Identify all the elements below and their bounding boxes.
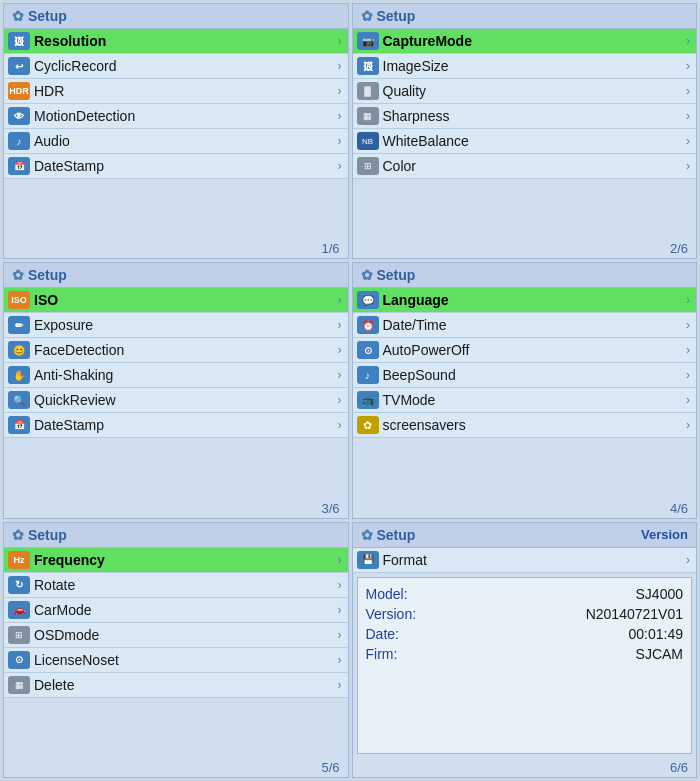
licensenoset-label: LicenseNoset	[34, 652, 338, 668]
menu-item-datestamp1[interactable]: 📅 DateStamp ›	[4, 154, 348, 179]
menu-item-rotate[interactable]: ↻ Rotate ›	[4, 573, 348, 598]
quality-label: Quality	[383, 83, 687, 99]
menu-item-licensenoset[interactable]: ⊙ LicenseNoset ›	[4, 648, 348, 673]
whitebalance-arrow: ›	[686, 134, 690, 148]
iso-icon: ISO	[8, 291, 30, 309]
panel-1-menu: 🖼 Resolution › ↩ CyclicRecord › HDR HDR …	[4, 29, 348, 239]
hdr-arrow: ›	[338, 84, 342, 98]
tvmode-icon: 📺	[357, 391, 379, 409]
licensenoset-arrow: ›	[338, 653, 342, 667]
menu-item-exposure[interactable]: ✏ Exposure ›	[4, 313, 348, 338]
menu-item-autopoweroff[interactable]: ⊙ AutoPowerOff ›	[353, 338, 697, 363]
autopoweroff-arrow: ›	[686, 343, 690, 357]
panel-3-menu: ISO ISO › ✏ Exposure › 😊 FaceDetection ›…	[4, 288, 348, 498]
capturemode-icon: 📷	[357, 32, 379, 50]
menu-item-cyclic[interactable]: ↩ CyclicRecord ›	[4, 54, 348, 79]
resolution-icon: 🖼	[8, 32, 30, 50]
panel-1-header: ✿ Setup	[4, 4, 348, 29]
menu-item-osdmode[interactable]: ⊞ OSDmode ›	[4, 623, 348, 648]
facedetection-icon: 😊	[8, 341, 30, 359]
model-label: Model:	[366, 586, 408, 602]
date-label: Date:	[366, 626, 399, 642]
panel-5: ✿ Setup Hz Frequency › ↻ Rotate › 🚗 CarM…	[3, 522, 349, 778]
cyclic-label: CyclicRecord	[34, 58, 338, 74]
menu-item-iso[interactable]: ISO ISO ›	[4, 288, 348, 313]
menu-item-facedetection[interactable]: 😊 FaceDetection ›	[4, 338, 348, 363]
tvmode-arrow: ›	[686, 393, 690, 407]
delete-arrow: ›	[338, 678, 342, 692]
cyclic-arrow: ›	[338, 59, 342, 73]
autopoweroff-label: AutoPowerOff	[383, 342, 687, 358]
menu-item-beepsound[interactable]: ♪ BeepSound ›	[353, 363, 697, 388]
menu-item-format[interactable]: 💾 Format ›	[353, 548, 697, 573]
menu-item-hdr[interactable]: HDR HDR ›	[4, 79, 348, 104]
version-label: Version:	[366, 606, 417, 622]
rotate-arrow: ›	[338, 578, 342, 592]
quickreview-label: QuickReview	[34, 392, 338, 408]
antishaking-label: Anti-Shaking	[34, 367, 338, 383]
menu-item-audio[interactable]: ♪ Audio ›	[4, 129, 348, 154]
menu-item-datetime[interactable]: ⏰ Date/Time ›	[353, 313, 697, 338]
quickreview-arrow: ›	[338, 393, 342, 407]
sharpness-label: Sharpness	[383, 108, 687, 124]
osdmode-label: OSDmode	[34, 627, 338, 643]
menu-item-delete[interactable]: ▦ Delete ›	[4, 673, 348, 698]
menu-item-imagesize[interactable]: 🖼 ImageSize ›	[353, 54, 697, 79]
beepsound-label: BeepSound	[383, 367, 687, 383]
menu-item-screensavers[interactable]: ✿ screensavers ›	[353, 413, 697, 438]
datetime-arrow: ›	[686, 318, 690, 332]
datetime-label: Date/Time	[383, 317, 687, 333]
beepsound-arrow: ›	[686, 368, 690, 382]
panel-4: ✿ Setup 💬 Language › ⏰ Date/Time › ⊙ Aut…	[352, 262, 698, 518]
menu-item-motion[interactable]: 👁 MotionDetection ›	[4, 104, 348, 129]
panel-1: ✿ Setup 🖼 Resolution › ↩ CyclicRecord › …	[3, 3, 349, 259]
menu-item-datestamp3[interactable]: 📅 DateStamp ›	[4, 413, 348, 438]
format-icon: 💾	[357, 551, 379, 569]
menu-item-quickreview[interactable]: 🔍 QuickReview ›	[4, 388, 348, 413]
menu-item-carmode[interactable]: 🚗 CarMode ›	[4, 598, 348, 623]
menu-item-quality[interactable]: ▓ Quality ›	[353, 79, 697, 104]
delete-label: Delete	[34, 677, 338, 693]
panel-3-page: 3/6	[4, 499, 348, 518]
cyclic-icon: ↩	[8, 57, 30, 75]
audio-icon: ♪	[8, 132, 30, 150]
date-value: 00:01:49	[629, 626, 684, 642]
panel-5-page: 5/6	[4, 758, 348, 777]
menu-item-capturemode[interactable]: 📷 CaptureMode ›	[353, 29, 697, 54]
menu-item-language[interactable]: 💬 Language ›	[353, 288, 697, 313]
hdr-label: HDR	[34, 83, 338, 99]
menu-item-color[interactable]: ⊞ Color ›	[353, 154, 697, 179]
rotate-label: Rotate	[34, 577, 338, 593]
iso-label: ISO	[34, 292, 338, 308]
version-row: Version: N20140721V01	[366, 604, 684, 624]
menu-item-resolution[interactable]: 🖼 Resolution ›	[4, 29, 348, 54]
model-row: Model: SJ4000	[366, 584, 684, 604]
sharpness-arrow: ›	[686, 109, 690, 123]
version-value: N20140721V01	[586, 606, 683, 622]
panel-6: ✿ Setup Version 💾 Format › Model: SJ4000…	[352, 522, 698, 778]
panel-3-header: ✿ Setup	[4, 263, 348, 288]
firm-value: SJCAM	[636, 646, 683, 662]
capturemode-arrow: ›	[686, 34, 690, 48]
audio-arrow: ›	[338, 134, 342, 148]
panel-6-title: Setup	[377, 527, 416, 543]
color-icon: ⊞	[357, 157, 379, 175]
panel-6-header: ✿ Setup Version	[353, 523, 697, 548]
frequency-icon: Hz	[8, 551, 30, 569]
menu-item-antishaking[interactable]: ✋ Anti-Shaking ›	[4, 363, 348, 388]
panel-5-title: Setup	[28, 527, 67, 543]
menu-item-tvmode[interactable]: 📺 TVMode ›	[353, 388, 697, 413]
menu-item-sharpness[interactable]: ▦ Sharpness ›	[353, 104, 697, 129]
color-label: Color	[383, 158, 687, 174]
iso-arrow: ›	[338, 293, 342, 307]
menu-item-whitebalance[interactable]: NB WhiteBalance ›	[353, 129, 697, 154]
quickreview-icon: 🔍	[8, 391, 30, 409]
language-icon: 💬	[357, 291, 379, 309]
menu-item-frequency[interactable]: Hz Frequency ›	[4, 548, 348, 573]
motion-label: MotionDetection	[34, 108, 338, 124]
sharpness-icon: ▦	[357, 107, 379, 125]
panel-4-page: 4/6	[353, 499, 697, 518]
rotate-icon: ↻	[8, 576, 30, 594]
datetime-icon: ⏰	[357, 316, 379, 334]
panel-5-menu: Hz Frequency › ↻ Rotate › 🚗 CarMode › ⊞ …	[4, 548, 348, 758]
